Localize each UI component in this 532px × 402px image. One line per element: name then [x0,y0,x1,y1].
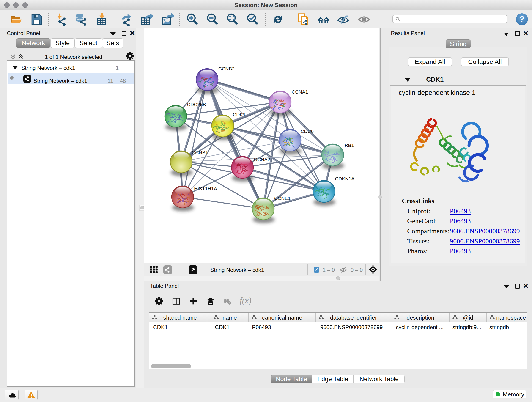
svg-text:CCNB2: CCNB2 [218,66,234,71]
svg-text:HIST1H1A: HIST1H1A [194,186,217,191]
svg-text:CCNB1: CCNB1 [192,150,208,155]
svg-text:CDK1: CDK1 [233,112,246,117]
svg-text:CCNA1: CCNA1 [292,89,308,95]
svg-text:CDKN1A: CDKN1A [335,176,355,181]
svg-text:CCNA2: CCNA2 [254,157,270,162]
svg-text:CDC6: CDC6 [301,128,314,134]
svg-text:RB1: RB1 [345,143,354,148]
svg-text:CDC25B: CDC25B [187,102,206,107]
svg-text:CCNE1: CCNE1 [274,196,291,201]
